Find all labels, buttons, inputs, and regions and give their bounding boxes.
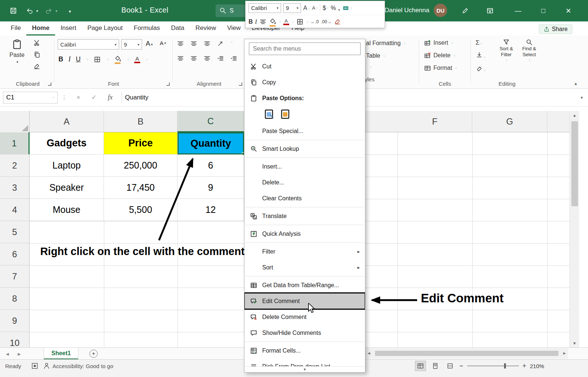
paste-values-icon[interactable]: [280, 108, 291, 121]
mini-increase-decimal-button[interactable]: ←.0: [311, 19, 319, 24]
macro-record-icon[interactable]: [31, 360, 38, 372]
cell-a3[interactable]: Speaker: [30, 177, 104, 199]
close-button[interactable]: ×: [560, 0, 577, 21]
menu-item-delete[interactable]: Delete...: [244, 174, 365, 190]
vertical-scroll-thumb[interactable]: [571, 121, 578, 206]
row-header-8[interactable]: 8: [0, 288, 30, 310]
column-header-g[interactable]: G: [472, 111, 547, 132]
tab-formulas[interactable]: Formulas: [128, 22, 166, 35]
cell-b1[interactable]: Price: [104, 132, 178, 154]
inking-icon[interactable]: [462, 7, 469, 14]
redo-dropdown-icon[interactable]: ▾: [55, 9, 57, 13]
tab-home[interactable]: Home: [26, 22, 55, 35]
column-header-b[interactable]: B: [104, 111, 178, 132]
share-button[interactable]: Share: [539, 24, 572, 34]
align-right-icon[interactable]: [203, 55, 211, 62]
fill-color-dropdown-icon[interactable]: ▾: [127, 57, 129, 61]
row-header-3[interactable]: 3: [0, 177, 30, 199]
fill-color-button[interactable]: [114, 55, 121, 64]
cancel-icon[interactable]: ×: [71, 94, 86, 101]
mini-merge-center-button[interactable]: ▾: [342, 4, 352, 12]
decrease-indent-icon[interactable]: [217, 55, 224, 62]
column-header-a[interactable]: A: [30, 111, 104, 132]
ribbon-display-options-icon[interactable]: [486, 7, 494, 14]
cell-a1[interactable]: Gadgets: [30, 132, 104, 154]
tab-page-layout[interactable]: Page Layout: [82, 22, 128, 35]
autosum-button[interactable]: Σ▾: [476, 39, 486, 47]
align-top-icon[interactable]: [177, 40, 184, 47]
menu-item-filter[interactable]: Filter▸: [244, 244, 365, 259]
clipboard-dialog-launcher-icon[interactable]: [48, 82, 51, 86]
italic-button[interactable]: I: [68, 55, 71, 63]
menu-item-format-cells[interactable]: Format Cells...: [244, 343, 365, 359]
cell-c4[interactable]: 12: [178, 199, 244, 221]
mini-font-size-combo[interactable]: 9 ▾: [283, 3, 301, 13]
cell-c2[interactable]: 6: [178, 154, 244, 177]
font-color-button[interactable]: A: [134, 56, 140, 63]
next-sheet-icon[interactable]: ▸: [18, 350, 21, 357]
increase-indent-icon[interactable]: [230, 55, 237, 62]
bold-button[interactable]: B: [58, 55, 63, 63]
cell-c1[interactable]: Quantity: [178, 132, 244, 154]
format-button[interactable]: Format ▾: [424, 64, 457, 72]
row-header-6[interactable]: 6: [0, 243, 30, 265]
user-name[interactable]: Daniel Uchenna: [385, 7, 429, 14]
horizontal-scrollbar[interactable]: ◂ ▸: [365, 348, 568, 359]
menu-item-edit-comment[interactable]: Edit Comment: [244, 293, 365, 309]
page-break-view-button[interactable]: [445, 361, 456, 371]
delete-cells-button[interactable]: Delete ▾: [424, 52, 455, 59]
cell-a2[interactable]: Laptop: [30, 154, 104, 177]
orientation-dropdown-icon[interactable]: ▾: [231, 40, 233, 47]
mini-bold-button[interactable]: B: [249, 18, 253, 25]
zoom-slider[interactable]: [467, 366, 519, 366]
scroll-down-icon[interactable]: ▾: [570, 340, 579, 346]
scroll-right-icon[interactable]: ▸: [563, 350, 566, 356]
zoom-slider-thumb[interactable]: [504, 363, 506, 368]
mini-font-name-combo[interactable]: Calibri ▾: [249, 3, 281, 13]
prev-sheet-icon[interactable]: ◂: [6, 350, 9, 357]
tab-file[interactable]: File: [5, 22, 26, 35]
sort-filter-button[interactable]: Sort & Filter ▾: [495, 38, 518, 62]
grow-font-button[interactable]: A▴: [146, 40, 153, 48]
conditional-formatting-button[interactable]: al Formatting ▾: [366, 40, 405, 47]
menu-item-smart-lookup[interactable]: Smart Lookup: [244, 141, 365, 157]
expand-formula-bar-icon[interactable]: ▾: [581, 95, 583, 100]
mini-percent-button[interactable]: %: [331, 5, 336, 11]
zoom-level[interactable]: 210%: [530, 363, 544, 369]
row-header-1[interactable]: 1: [0, 132, 30, 154]
menu-item-show-hide-comments[interactable]: Show/Hide Comments: [244, 325, 365, 341]
borders-button[interactable]: [94, 56, 101, 63]
menu-search-box[interactable]: [249, 43, 361, 55]
cell-a4[interactable]: Mouse: [30, 199, 104, 221]
mini-shrink-font-button[interactable]: A▾: [312, 5, 318, 11]
format-as-table-button[interactable]: Table ▾: [366, 52, 385, 59]
sheet-tab-sheet1[interactable]: Sheet1: [44, 348, 78, 360]
select-all-button[interactable]: [0, 111, 30, 132]
avatar[interactable]: DU: [434, 4, 447, 17]
zoom-out-button[interactable]: −: [459, 362, 463, 370]
shrink-font-button[interactable]: A▾: [160, 40, 166, 46]
mini-grow-font-button[interactable]: A▴: [303, 5, 310, 11]
cell-styles-dropdown-icon[interactable]: ▾: [369, 65, 372, 69]
menu-item-delete-comment[interactable]: Delete Comment: [244, 309, 365, 325]
clear-button[interactable]: ▾: [476, 64, 486, 73]
menu-item-sort[interactable]: Sort▸: [244, 259, 365, 275]
undo-icon[interactable]: [26, 7, 33, 14]
qat-customize-icon[interactable]: ▾: [69, 9, 71, 14]
collapse-ribbon-icon[interactable]: ▴: [574, 81, 577, 86]
mini-format-painter-icon[interactable]: [334, 18, 341, 26]
name-box[interactable]: C1 ▾: [3, 92, 58, 103]
menu-scroll-more-icon[interactable]: ▾: [244, 366, 365, 372]
underline-button[interactable]: U: [76, 55, 81, 63]
copy-button[interactable]: [33, 51, 41, 58]
mini-fill-dropdown-icon[interactable]: ▾: [279, 20, 281, 24]
align-middle-icon[interactable]: [190, 40, 197, 47]
menu-item-copy[interactable]: Copy: [244, 74, 365, 90]
menu-item-insert[interactable]: Insert...: [244, 159, 365, 174]
underline-dropdown-icon[interactable]: ▾: [87, 57, 88, 61]
borders-dropdown-icon[interactable]: ▾: [107, 57, 109, 61]
row-header-4[interactable]: 4: [0, 199, 30, 221]
vertical-scrollbar[interactable]: ▴ ▾: [570, 111, 579, 347]
minimize-button[interactable]: —: [510, 0, 527, 21]
mini-accounting-button[interactable]: $▾: [322, 5, 328, 11]
